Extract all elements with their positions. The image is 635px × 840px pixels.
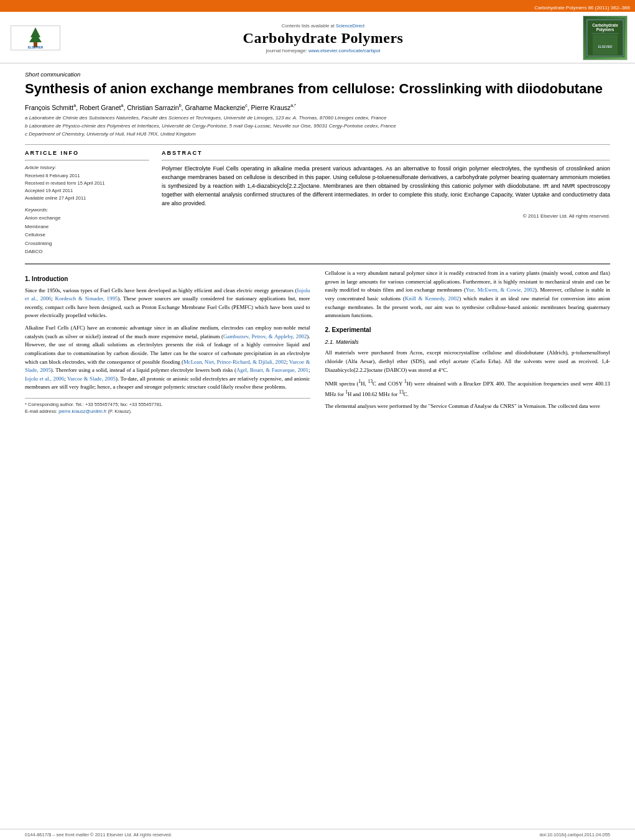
bottom-info-bar: 0144-8617/$ – see front matter © 2011 El… [0,829,635,840]
ref-knill[interactable]: Knill & Kennedy, 2002 [405,295,459,302]
journal-title: Carbohydrate Polymers [243,30,404,47]
left-body-column: 1. Introduction Since the 1950s, various… [25,269,310,415]
keyword-3: Cellulose [25,231,149,239]
keyword-5: DABCO [25,247,149,256]
svg-rect-10 [593,35,618,55]
body-columns: 1. Introduction Since the 1950s, various… [25,269,610,415]
footnote-email: E-mail address: pierre.krausz@unilim.fr … [25,408,310,415]
svg-text:ELSEVIER: ELSEVIER [598,45,613,48]
keyword-1: Anion exchange [25,214,149,223]
section2-heading: 2. Experimental [325,325,611,335]
ref-agel[interactable]: Agel, Bouet, & Fauvarque, 2001 [236,367,308,373]
article-info-column: ARTICLE INFO Article history: Received 8… [25,150,149,256]
affiliation-c: c Department of Chemistry, University of… [25,131,610,138]
nmr-para: NMR spectra (1H, 13C and COSY 1H) were o… [325,378,611,399]
right-body-column: Cellulose is a very abundant natural pol… [325,269,611,415]
ref-iojolu2[interactable]: Iojolu et al., 2006 [25,376,64,382]
section21-heading: 2.1. Materials [325,338,611,347]
keyword-4: Crosslinking [25,239,149,248]
ref-kordesch[interactable]: Kordesch & Simader, 1995 [55,295,118,302]
keywords-label: Keywords: [25,207,149,213]
ref-yue[interactable]: Yue, McEwen, & Cowie, 2002 [466,287,535,293]
copyright: © 2011 Elsevier Ltd. All rights reserved… [162,213,610,219]
ref-varcoe2[interactable]: Varcoe & Slade, 2005 [67,376,116,382]
journal-homepage: journal homepage: www.elsevier.com/locat… [266,48,380,53]
doi-text: doi:10.1016/j.carbpol.2011.04.055 [540,832,610,838]
ref-gamburzev[interactable]: Gamburzev, Petrov, & Appleby, 2002 [223,333,307,339]
keywords-list: Anion exchange Membrane Cellulose Crossl… [25,214,149,256]
journal-logo-image: Carbohydrate Polymers ELSEVIER [583,16,628,60]
affiliation-b: b Laboratoire de Physico-chimie des Poly… [25,122,610,130]
email-attribution: (P. Krausz). [106,408,132,414]
homepage-link[interactable]: www.elsevier.com/locate/carbpol [308,48,381,53]
received-date: Received 8 February 2011 [25,172,149,180]
info-divider [25,160,149,161]
citation-text: Carbohydrate Polymers 86 (2011) 362–366 [534,5,630,11]
authors: François Schmitta, Robert Graneta, Chris… [25,103,610,111]
svg-text:Polymers: Polymers [596,27,614,32]
article-title: Synthesis of anion exchange membranes fr… [25,80,610,98]
email-link[interactable]: pierre.krausz@unilim.fr [58,408,106,414]
history-items: Received 8 February 2011 Received in rev… [25,172,149,202]
elsevier-logo-img: ELSEVIER [11,25,60,50]
abstract-column: ABSTRACT Polymer Electrolyte Fuel Cells … [162,150,610,256]
svg-text:ELSEVIER: ELSEVIER [27,45,43,49]
citation-bar: Carbohydrate Polymers 86 (2011) 362–366 [0,4,635,12]
ref-mclean[interactable]: McLean, Niet, Prince-Richard, & Djilali,… [183,359,286,365]
body-divider [25,264,610,264]
keyword-2: Membrane [25,223,149,231]
article-content: Short communication Synthesis of anion e… [0,63,635,829]
footnote-area: * Corresponding author. Tel.: +33 555457… [25,398,310,415]
article-type: Short communication [25,71,610,78]
intro-para1: Since the 1950s, various types of Fuel C… [25,287,310,321]
affiliation-a: a Laboratoire de Chimie des Substances N… [25,114,610,122]
sciencedirect-link[interactable]: ScienceDirect [336,23,364,29]
footnote-corresponding: * Corresponding author. Tel.: +33 555457… [25,401,310,408]
available-date: Available online 27 April 2011 [25,195,149,202]
elemental-para: The elemental analyses were performed by… [325,402,611,411]
issn-copyright: 0144-8617/$ – see front matter © 2011 El… [25,832,172,838]
abstract-divider [162,160,610,161]
page: Carbohydrate Polymers 86 (2011) 362–366 … [0,0,635,840]
abstract-label: ABSTRACT [162,150,610,156]
elsevier-logo-area: ELSEVIER [7,25,63,50]
cellulose-para: Cellulose is a very abundant natural pol… [325,269,611,320]
accepted-date: Accepted 19 April 2011 [25,187,149,195]
sciencedirect-text: Contents lists available at ScienceDirec… [282,23,364,29]
article-info-abstract: ARTICLE INFO Article history: Received 8… [25,150,610,256]
materials-para: All materials were purchased from Acros,… [325,349,611,374]
article-info-label: ARTICLE INFO [25,150,149,156]
history-label: Article history: [25,165,149,170]
section1-heading: 1. Introduction [25,274,310,284]
revised-date: Received in revised form 15 April 2011 [25,180,149,187]
journal-center: Contents lists available at ScienceDirec… [73,23,573,53]
intro-para2: Alkaline Fuel Cells (AFC) have an econom… [25,324,310,392]
elsevier-logo-svg: ELSEVIER [12,26,59,50]
affiliations: a Laboratoire de Chimie des Substances N… [25,114,610,138]
abstract-text: Polymer Electrolyte Fuel Cells operating… [162,165,610,208]
journal-cover-svg: Carbohydrate Polymers ELSEVIER [586,17,624,59]
header-divider [25,144,610,145]
email-label: E-mail address: [25,408,58,414]
journal-header: ELSEVIER Contents lists available at Sci… [0,12,635,63]
